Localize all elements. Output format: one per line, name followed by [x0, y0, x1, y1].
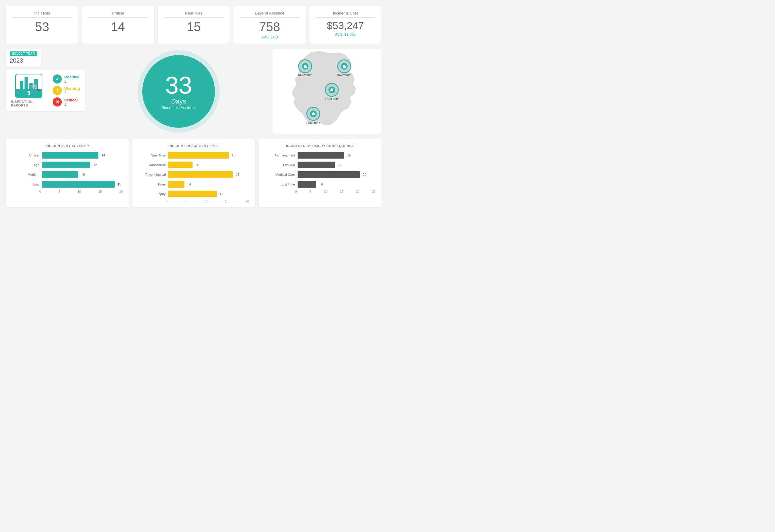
- type-track-illnes: 4: [168, 181, 249, 188]
- svg-rect-10: [312, 113, 314, 114]
- legend-critical: ✕ Critical 1: [53, 97, 80, 107]
- charts-row: INCIDENTS BY SEVERITY Critical 14 High 1…: [6, 139, 381, 207]
- consequence-track-firstaid: 12: [297, 162, 375, 168]
- severity-x-0: 0: [39, 190, 41, 193]
- critical-label: Critical: [64, 98, 77, 102]
- critical-text: Critical 1: [64, 98, 77, 107]
- type-value-illnes: 4: [189, 182, 191, 186]
- consequence-value-firstaid: 12: [338, 163, 341, 167]
- consequence-value-medicalcare: 20: [363, 173, 366, 176]
- type-track-nearmiss: 15: [168, 152, 249, 159]
- type-value-injury: 12: [219, 192, 223, 196]
- severity-fill-high: 12: [42, 162, 90, 168]
- kpi-cost-value: $53,247: [315, 20, 375, 31]
- type-x-15: 15: [225, 200, 228, 203]
- map-container: FACTORY FACTORY FACTORY: [275, 49, 378, 134]
- svg-rect-2: [304, 65, 306, 65]
- days-label: Days: [171, 97, 186, 105]
- severity-x-axis: 0 5 10 15 20: [12, 190, 123, 193]
- consequence-label-losttime: Lost Time: [265, 182, 295, 186]
- svg-rect-11: [313, 112, 314, 113]
- kpi-nearmiss-value: 15: [164, 20, 224, 34]
- days-sublabel: Since Last Accident: [161, 105, 195, 110]
- legend-warning: ! Warning 2: [53, 86, 80, 95]
- consequence-x-0: 0: [295, 190, 297, 193]
- type-bar-nearmiss: Near Miss 15: [138, 152, 249, 159]
- severity-label-medium: Medium: [12, 173, 39, 176]
- consequence-label-medicalcare: Medical Care: [265, 173, 295, 176]
- inspection-icon-box: 🔍 5: [15, 74, 42, 98]
- factory-inner-3: [328, 87, 335, 93]
- type-track-harassment: 6: [168, 162, 249, 168]
- severity-x-5: 5: [58, 190, 60, 193]
- severity-x-15: 15: [98, 190, 102, 193]
- type-fill-injury: 12: [168, 191, 216, 197]
- consequence-bar-notreatment: No Treatment 15: [265, 152, 375, 159]
- type-bar-chart: Near Miss 15 Harassment 6 Psychological: [138, 152, 249, 197]
- kpi-incidents-label: Incidents: [12, 11, 72, 18]
- factory-pin-4: FACTORY: [306, 107, 320, 124]
- svg-rect-8: [331, 88, 332, 89]
- kpi-nearmiss-label: Near Miss: [164, 11, 224, 18]
- severity-track-critical: 14: [42, 152, 123, 159]
- consequence-x-20: 20: [356, 190, 359, 193]
- severity-track-low: 18: [42, 181, 123, 188]
- consequence-chart: INCIDENTS BY INJURY CONSEQUENCE No Treat…: [259, 139, 381, 207]
- kpi-incidents: Incidents 53: [6, 6, 78, 44]
- factory-icon-1: [303, 64, 307, 68]
- factory-icon-2: [342, 64, 346, 68]
- severity-track-high: 12: [42, 162, 123, 168]
- warning-text: Warning 2: [64, 86, 80, 95]
- year-selector[interactable]: SELECT YEAR 2023: [6, 49, 41, 67]
- consequence-fill-losttime: 6: [297, 181, 316, 188]
- severity-bar-medium: Medium 9: [12, 171, 123, 178]
- type-chart: INCIDENT RESULTS BY TYPE Near Miss 15 Ha…: [132, 139, 255, 207]
- mini-bar-2: [25, 77, 28, 89]
- severity-x-20: 20: [119, 190, 123, 193]
- type-x-5: 5: [185, 200, 187, 203]
- critical-count: 1: [64, 102, 77, 107]
- type-chart-title: INCIDENT RESULTS BY TYPE: [138, 144, 249, 148]
- positive-icon: ✓: [53, 74, 62, 84]
- svg-rect-0: [304, 66, 307, 68]
- factory-circle-1: [298, 59, 312, 73]
- factory-inner-2: [341, 63, 347, 70]
- type-label-illnes: Illnes: [138, 182, 166, 186]
- kpi-absence-label: Days of Absence: [239, 11, 299, 18]
- severity-value-low: 18: [117, 182, 121, 186]
- consequence-x-25: 25: [372, 190, 375, 193]
- severity-x-10: 10: [78, 190, 81, 193]
- factory-icon-4: [311, 112, 315, 116]
- factory-icon-3: [330, 88, 333, 92]
- severity-track-medium: 9: [42, 171, 123, 178]
- positive-count: 2: [64, 79, 79, 84]
- type-fill-nearmiss: 15: [168, 152, 228, 159]
- type-fill-harassment: 6: [168, 162, 192, 168]
- type-x-20: 20: [246, 200, 249, 203]
- critical-icon: ✕: [53, 97, 62, 107]
- factory-circle-2: [337, 59, 351, 73]
- factory-inner-4: [310, 110, 317, 117]
- type-value-harassment: 6: [197, 163, 199, 167]
- type-x-10: 10: [204, 200, 207, 203]
- consequence-bar-losttime: Lost Time 6: [265, 181, 375, 188]
- severity-bar-low: Low 18: [12, 181, 123, 188]
- svg-rect-7: [330, 89, 333, 90]
- consequence-x-axis: 0 5 10 15 20 25: [265, 190, 375, 193]
- type-fill-illnes: 4: [168, 181, 184, 188]
- severity-bar-chart: Critical 14 High 12 Medium: [12, 152, 123, 188]
- factory-pin-3: FACTORY: [325, 83, 339, 100]
- kpi-row: Incidents 53 Critical 14 Near Miss 15 Da…: [6, 6, 381, 44]
- center-panel: 33 Days Since Last Accident: [88, 49, 269, 134]
- consequence-track-notreatment: 15: [297, 152, 375, 159]
- kpi-cost: Incidents Cost $53,247 AVG. $1,005: [309, 6, 381, 44]
- warning-label: Warning: [64, 86, 80, 91]
- legend-positive: ✓ Positive 2: [53, 74, 80, 84]
- kpi-critical: Critical 14: [82, 6, 154, 44]
- svg-rect-4: [343, 65, 345, 66]
- middle-row: SELECT YEAR 2023 🔍 5 INSPECTION REPORTS: [6, 49, 381, 134]
- severity-fill-medium: 9: [42, 171, 78, 178]
- kpi-critical-label: Critical: [88, 11, 148, 18]
- factory-label-4: FACTORY: [306, 121, 320, 124]
- days-circle: 33 Days Since Last Accident: [142, 55, 215, 128]
